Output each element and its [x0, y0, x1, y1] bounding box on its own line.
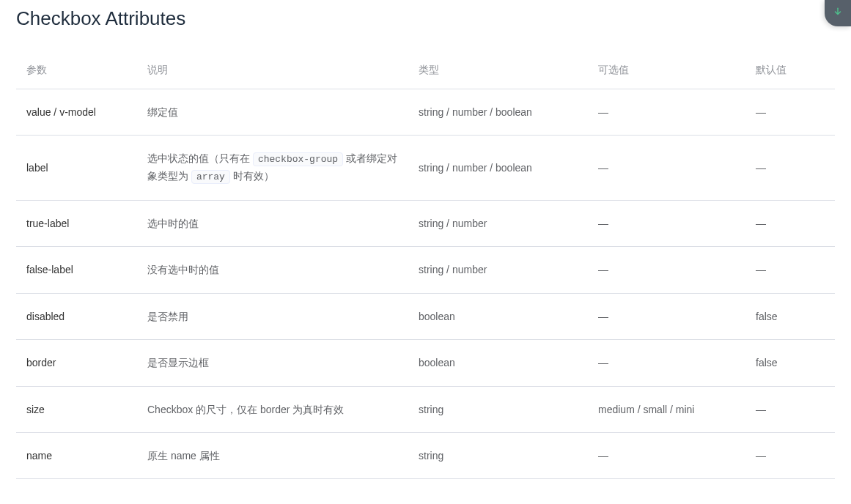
table-row: label选中状态的值（只有在 checkbox-group 或者绑定对象类型为…: [16, 136, 835, 201]
cell-default: —: [745, 386, 835, 432]
cell-desc: 没有选中时的值: [137, 247, 408, 293]
table-row: name原生 name 属性string——: [16, 432, 835, 478]
table-row: false-label没有选中时的值string / number——: [16, 247, 835, 293]
table-row: true-label选中时的值string / number——: [16, 200, 835, 246]
cell-param: disabled: [16, 293, 137, 339]
cell-type: string: [408, 386, 588, 432]
table-row: value / v-model绑定值string / number / bool…: [16, 89, 835, 136]
header-desc: 说明: [137, 52, 408, 89]
header-type: 类型: [408, 52, 588, 89]
cell-default: —: [745, 89, 835, 136]
table-header-row: 参数 说明 类型 可选值 默认值: [16, 52, 835, 89]
cell-type: string / number / boolean: [408, 89, 588, 136]
cell-accepted: —: [588, 89, 745, 136]
cell-accepted: —: [588, 247, 745, 293]
cell-default: —: [745, 136, 835, 201]
cell-param: label: [16, 136, 137, 201]
cell-accepted: —: [588, 340, 745, 386]
cell-param: border: [16, 340, 137, 386]
cell-desc: 选中状态的值（只有在 checkbox-group 或者绑定对象类型为 arra…: [137, 136, 408, 201]
cell-default: —: [745, 247, 835, 293]
cell-default: false: [745, 293, 835, 339]
download-icon: [833, 7, 843, 20]
cell-accepted: medium / small / mini: [588, 386, 745, 432]
cell-accepted: —: [588, 200, 745, 246]
cell-desc: 是否显示边框: [137, 340, 408, 386]
inline-code: checkbox-group: [253, 152, 343, 166]
cell-desc: 是否禁用: [137, 293, 408, 339]
cell-type: string: [408, 432, 588, 478]
cell-default: —: [745, 432, 835, 478]
download-badge[interactable]: [825, 0, 851, 26]
cell-default: false: [745, 340, 835, 386]
page-title: Checkbox Attributes: [16, 7, 835, 30]
cell-param: false-label: [16, 247, 137, 293]
cell-desc: 原生 name 属性: [137, 432, 408, 478]
header-accepted: 可选值: [588, 52, 745, 89]
table-row: disabled是否禁用boolean—false: [16, 293, 835, 339]
cell-accepted: —: [588, 136, 745, 201]
header-param: 参数: [16, 52, 137, 89]
cell-desc: Checkbox 的尺寸，仅在 border 为真时有效: [137, 386, 408, 432]
cell-param: true-label: [16, 200, 137, 246]
cell-param: size: [16, 386, 137, 432]
cell-type: string / number / boolean: [408, 136, 588, 201]
attributes-table: 参数 说明 类型 可选值 默认值 value / v-model绑定值strin…: [16, 52, 835, 479]
inline-code: array: [191, 170, 230, 184]
cell-type: string / number: [408, 200, 588, 246]
cell-desc: 绑定值: [137, 89, 408, 136]
cell-type: boolean: [408, 293, 588, 339]
cell-desc: 选中时的值: [137, 200, 408, 246]
table-row: border是否显示边框boolean—false: [16, 340, 835, 386]
cell-default: —: [745, 200, 835, 246]
cell-param: name: [16, 432, 137, 478]
cell-type: string / number: [408, 247, 588, 293]
cell-accepted: —: [588, 293, 745, 339]
table-row: sizeCheckbox 的尺寸，仅在 border 为真时有效stringme…: [16, 386, 835, 432]
header-default: 默认值: [745, 52, 835, 89]
cell-type: boolean: [408, 340, 588, 386]
cell-accepted: —: [588, 432, 745, 478]
cell-param: value / v-model: [16, 89, 137, 136]
